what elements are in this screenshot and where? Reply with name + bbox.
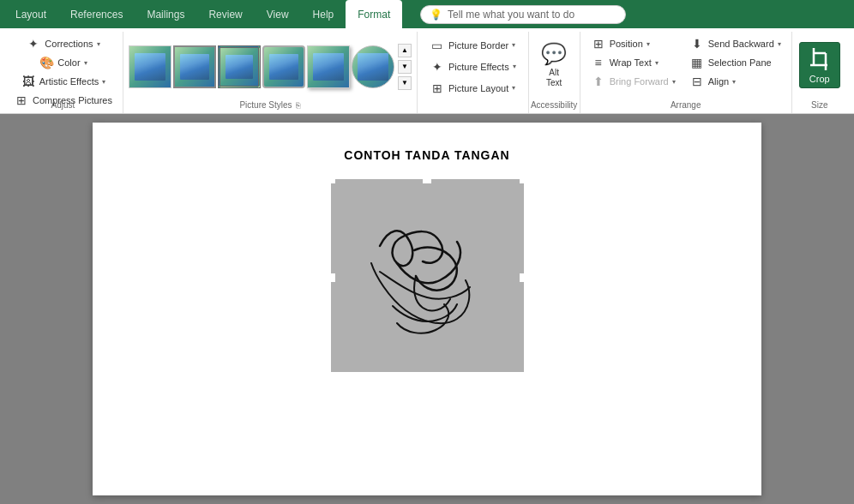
artistic-effects-button[interactable]: 🖼 Artistic Effects ▾: [15, 73, 111, 90]
arrange-col-2: ⬇ Send Backward ▾ ▦ Selection Pane ⊟ Ali…: [684, 35, 786, 98]
tab-format[interactable]: Format: [346, 0, 402, 28]
picture-styles-dialog-launcher[interactable]: ⎘: [296, 101, 300, 110]
handle-middle-right[interactable]: [520, 273, 528, 282]
style-thumb-3[interactable]: [218, 45, 261, 88]
bring-forward-icon: ⬆: [591, 75, 606, 88]
signature-container[interactable]: [331, 179, 524, 376]
style-thumb-6[interactable]: [352, 45, 394, 88]
tab-review[interactable]: Review: [196, 0, 254, 28]
page: CONTOH TANDA TANGAN: [93, 123, 761, 495]
handle-top-left[interactable]: [327, 175, 335, 183]
lightbulb-icon: 💡: [430, 9, 442, 21]
picture-adjust-col: ▭ Picture Border ▾ ✦ Picture Effects ▾ ⊞…: [418, 32, 529, 113]
corrections-icon: ✦: [26, 37, 41, 51]
selection-pane-button[interactable]: ▦ Selection Pane: [684, 54, 786, 71]
alt-text-button[interactable]: 💬 AltText: [538, 40, 570, 90]
send-backward-dropdown-arrow: ▾: [778, 40, 781, 48]
crop-icon: [807, 46, 833, 72]
crop-button[interactable]: Crop: [799, 42, 840, 88]
handle-middle-left[interactable]: [327, 273, 335, 282]
align-icon: ⊟: [689, 75, 705, 88]
tab-references[interactable]: References: [58, 0, 135, 28]
align-dropdown-arrow: ▾: [732, 78, 736, 86]
bring-forward-dropdown-arrow: ▾: [672, 78, 676, 86]
picture-layout-button[interactable]: ⊞ Picture Layout ▾: [424, 80, 521, 97]
picture-effects-button[interactable]: ✦ Picture Effects ▾: [424, 58, 521, 75]
handle-top-center[interactable]: [423, 175, 431, 183]
send-backward-icon: ⬇: [689, 37, 705, 51]
corrections-button[interactable]: ✦ Corrections ▾: [21, 35, 105, 52]
accessibility-label: Accessibility: [529, 100, 580, 110]
handle-bottom-right[interactable]: [520, 372, 528, 381]
size-label: Size: [792, 100, 847, 110]
tab-help[interactable]: Help: [301, 0, 346, 28]
arrange-col-1: ⊞ Position ▾ ≡ Wrap Text ▾ ⬆ Bring Forwa…: [586, 35, 681, 98]
ribbon-tab-bar: Layout References Mailings Review View H…: [0, 0, 854, 28]
tab-view[interactable]: View: [255, 0, 301, 28]
wrap-text-dropdown-arrow: ▾: [655, 59, 659, 67]
signature-image: [331, 179, 524, 372]
style-thumb-2[interactable]: [173, 45, 216, 88]
arrange-label: Arrange: [580, 100, 791, 110]
handle-top-right[interactable]: [520, 175, 528, 183]
style-scroll: ▲ ▼ ▼: [398, 44, 412, 90]
tab-mailings[interactable]: Mailings: [135, 0, 196, 28]
picture-layout-icon: ⊞: [430, 81, 445, 95]
arrange-group: ⊞ Position ▾ ≡ Wrap Text ▾ ⬆ Bring Forwa…: [580, 32, 792, 113]
artistic-effects-icon: 🖼: [21, 75, 36, 88]
style-scroll-more[interactable]: ▼: [398, 76, 412, 90]
accessibility-group: 💬 AltText Accessibility: [529, 32, 580, 113]
picture-border-button[interactable]: ▭ Picture Border ▾: [424, 37, 521, 54]
picture-border-icon: ▭: [430, 39, 445, 52]
alt-text-icon: 💬: [541, 42, 567, 66]
picture-styles-label: Picture Styles ⎘: [123, 100, 417, 110]
bring-forward-button[interactable]: ⬆ Bring Forward ▾: [586, 73, 681, 90]
tell-me-bar[interactable]: 💡 Tell me what you want to do: [420, 5, 626, 24]
picture-styles-group: ▲ ▼ ▼ Picture Styles ⎘: [123, 32, 418, 113]
adjust-group-label: Adjust: [3, 100, 123, 110]
handle-bottom-left[interactable]: [327, 372, 335, 381]
picture-effects-icon: ✦: [430, 60, 445, 74]
picture-layout-dropdown-arrow: ▾: [512, 84, 515, 92]
align-button[interactable]: ⊟ Align ▾: [684, 73, 786, 90]
tell-me-placeholder: Tell me what you want to do: [448, 9, 574, 21]
color-dropdown-arrow: ▾: [84, 59, 87, 67]
position-button[interactable]: ⊞ Position ▾: [586, 35, 681, 52]
document-area: CONTOH TANDA TANGAN: [0, 114, 854, 504]
page-title: CONTOH TANDA TANGAN: [344, 148, 509, 162]
alt-text-label: AltText: [546, 68, 562, 88]
ribbon: ✦ Corrections ▾ 🎨 Color ▾ 🖼 Artistic Eff…: [0, 28, 854, 114]
style-thumb-4[interactable]: [262, 45, 305, 88]
adjust-group: ✦ Corrections ▾ 🎨 Color ▾ 🖼 Artistic Eff…: [3, 32, 123, 113]
style-thumb-1[interactable]: [129, 45, 171, 88]
signature-svg: [346, 195, 508, 357]
position-icon: ⊞: [591, 37, 606, 51]
wrap-text-button[interactable]: ≡ Wrap Text ▾: [586, 54, 681, 71]
picture-border-dropdown-arrow: ▾: [512, 41, 515, 49]
handle-bottom-center[interactable]: [423, 372, 431, 381]
send-backward-button[interactable]: ⬇ Send Backward ▾: [684, 35, 786, 52]
style-scroll-up[interactable]: ▲: [398, 44, 412, 57]
position-dropdown-arrow: ▾: [647, 40, 650, 48]
tab-layout[interactable]: Layout: [3, 0, 58, 28]
wrap-text-icon: ≡: [591, 56, 606, 69]
style-thumb-5[interactable]: [307, 45, 350, 88]
color-icon: 🎨: [39, 56, 54, 69]
artistic-effects-dropdown-arrow: ▾: [102, 78, 105, 86]
style-scroll-down[interactable]: ▼: [398, 60, 412, 74]
color-button[interactable]: 🎨 Color ▾: [33, 54, 92, 71]
picture-effects-dropdown-arrow: ▾: [513, 63, 516, 70]
selection-pane-icon: ▦: [689, 56, 705, 69]
corrections-dropdown-arrow: ▾: [97, 40, 100, 48]
size-group: Crop Size: [792, 32, 847, 113]
